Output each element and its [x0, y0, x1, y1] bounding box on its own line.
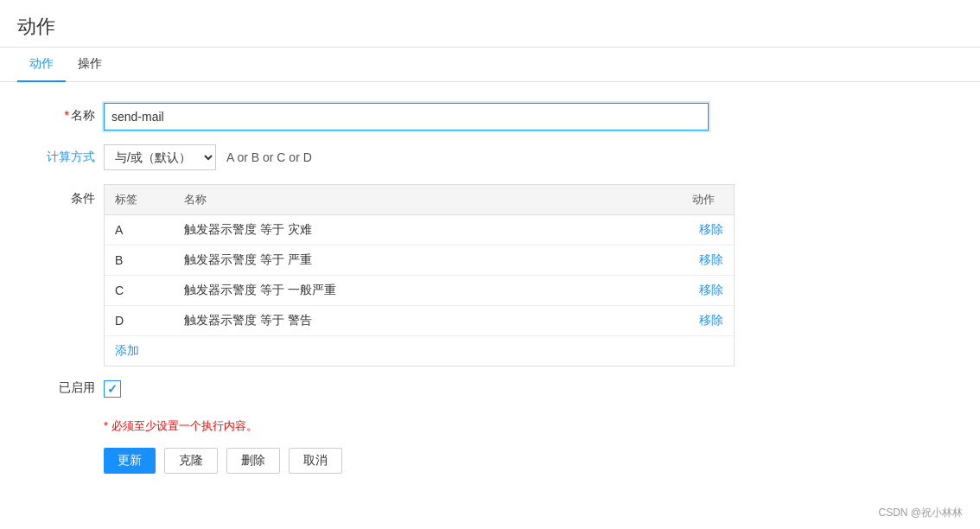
name-input[interactable]: [104, 103, 709, 131]
condition-name: 触发器示警度 等于 灾难: [174, 215, 682, 245]
condition-action-cell: 移除: [682, 306, 734, 336]
condition-table-wrap: 标签 名称 动作 A 触发器示警度 等于 灾难 移除 B 触发器示警度 等于 严…: [104, 184, 735, 366]
tab-action[interactable]: 动作: [17, 48, 66, 82]
name-label: *名称: [35, 103, 104, 124]
table-row: B 触发器示警度 等于 严重 移除: [105, 245, 734, 276]
name-row: *名称: [35, 103, 945, 131]
page-header: 动作: [0, 0, 980, 48]
calc-desc: A or B or C or D: [226, 150, 312, 164]
table-row: A 触发器示警度 等于 灾难 移除: [105, 215, 734, 245]
conditions-label: 条件: [35, 184, 104, 207]
remove-link[interactable]: 移除: [699, 283, 723, 296]
col-header-name: 名称: [174, 185, 682, 215]
enabled-label: 已启用: [35, 380, 104, 396]
add-link[interactable]: 添加: [115, 343, 139, 357]
conditions-row: 条件 标签 名称 动作 A 触发器示警度 等于 灾难 移除: [35, 184, 945, 366]
conditions-control: 标签 名称 动作 A 触发器示警度 等于 灾难 移除 B 触发器示警度 等于 严…: [104, 184, 945, 366]
warning-text: * 必须至少设置一个执行内容。: [35, 418, 945, 434]
update-button[interactable]: 更新: [104, 448, 156, 474]
condition-name: 触发器示警度 等于 一般严重: [174, 276, 682, 306]
btn-row: 更新 克隆 删除 取消: [35, 448, 945, 474]
remove-link[interactable]: 移除: [699, 222, 723, 236]
tabs-bar: 动作 操作: [0, 48, 980, 82]
condition-name: 触发器示警度 等于 警告: [174, 306, 682, 336]
enabled-control: ✓: [104, 380, 945, 398]
add-row: 添加: [105, 336, 734, 366]
required-mark: *: [65, 108, 69, 122]
condition-action-cell: 移除: [682, 276, 734, 306]
condition-tag: D: [105, 306, 174, 336]
calc-label: 计算方式: [35, 144, 104, 165]
condition-table: 标签 名称 动作 A 触发器示警度 等于 灾难 移除 B 触发器示警度 等于 严…: [105, 185, 734, 366]
enabled-checkbox[interactable]: ✓: [104, 380, 121, 398]
form-area: *名称 计算方式 与/或（默认） 与 或 A or B or C or D 条件: [0, 82, 980, 491]
condition-name: 触发器示警度 等于 严重: [174, 245, 682, 276]
calc-control: 与/或（默认） 与 或 A or B or C or D: [104, 144, 945, 170]
name-control: [104, 103, 945, 131]
col-header-tag: 标签: [105, 185, 174, 215]
watermark: CSDN @祝小林林: [878, 506, 963, 520]
remove-link[interactable]: 移除: [699, 313, 723, 327]
remove-link[interactable]: 移除: [699, 252, 723, 266]
condition-tag: C: [105, 276, 174, 306]
table-row: C 触发器示警度 等于 一般严重 移除: [105, 276, 734, 306]
clone-button[interactable]: 克隆: [164, 448, 218, 474]
check-mark: ✓: [107, 382, 118, 396]
condition-action-cell: 移除: [682, 245, 734, 276]
tab-operation[interactable]: 操作: [66, 48, 114, 82]
enabled-row: 已启用 ✓: [35, 380, 945, 405]
table-header-row: 标签 名称 动作: [105, 185, 734, 215]
calc-row: 计算方式 与/或（默认） 与 或 A or B or C or D: [35, 144, 945, 170]
calc-select[interactable]: 与/或（默认） 与 或: [104, 144, 216, 170]
condition-action-cell: 移除: [682, 215, 734, 245]
delete-button[interactable]: 删除: [226, 448, 280, 474]
add-cell: 添加: [105, 336, 734, 366]
page-title: 动作: [17, 14, 963, 40]
condition-tag: B: [105, 245, 174, 276]
cancel-button[interactable]: 取消: [289, 448, 342, 474]
table-row: D 触发器示警度 等于 警告 移除: [105, 306, 734, 336]
condition-tag: A: [105, 215, 174, 245]
col-header-action: 动作: [682, 185, 734, 215]
